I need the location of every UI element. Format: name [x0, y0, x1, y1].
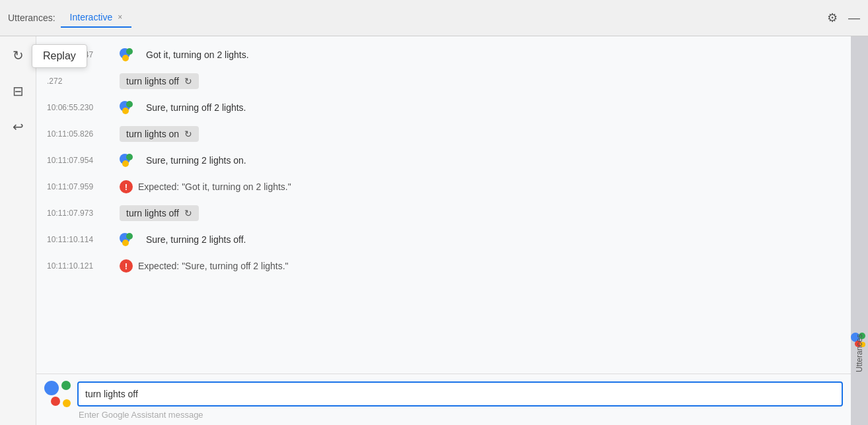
user-utterance: turn lights on ↻ — [120, 126, 199, 142]
timestamp: 10:11:10.121 — [47, 261, 120, 271]
message-row: 10:11:05.826 turn lights on ↻ — [36, 121, 851, 147]
error-icon: ! — [120, 180, 133, 193]
content-area: 10:04:36.247 Got it, turning on 2 lights… — [36, 36, 851, 425]
message-text: Got it, turning on 2 lights. — [146, 49, 249, 60]
expected-text: Expected: "Sure, turning off 2 lights." — [138, 261, 289, 271]
title-bar-label: Utterances: — [8, 13, 55, 23]
error-icon: ! — [120, 259, 133, 273]
message-text: Sure, turning 2 lights off. — [146, 234, 246, 245]
settings-icon[interactable]: ⚙ — [827, 11, 838, 25]
tab-label: Interactive — [70, 12, 113, 22]
tab-interactive[interactable]: Interactive × — [61, 8, 132, 28]
utterance-text: turn lights off — [126, 76, 179, 86]
timestamp: 10:11:07.973 — [47, 209, 120, 218]
input-avatar — [44, 381, 71, 407]
message-text: Sure, turning off 2 lights. — [146, 102, 246, 113]
sidebar-label[interactable]: Utterances — [855, 334, 864, 372]
timestamp: 10:06:55.230 — [47, 103, 120, 112]
left-toolbar: ↻ Replay ⊟ ↩ — [0, 36, 36, 425]
timestamp: 10:11:05.826 — [47, 129, 120, 139]
message-row: 10:11:07.973 turn lights off ↻ — [36, 200, 851, 226]
replay-icon: ↻ — [13, 48, 24, 63]
user-utterance: turn lights off ↻ — [120, 205, 199, 221]
input-row — [44, 381, 843, 407]
message-text: Sure, turning 2 lights on. — [146, 155, 246, 166]
expected-text: Expected: "Got it, turning on 2 lights." — [138, 181, 291, 192]
message-row: 10:06:55.230 Sure, turning off 2 lights. — [36, 94, 851, 121]
input-hint: Enter Google Assistant message — [79, 410, 843, 420]
input-area: Enter Google Assistant message — [36, 374, 851, 425]
utterance-text: turn lights on — [126, 129, 179, 139]
utterance-text: turn lights off — [126, 208, 179, 218]
tab-close-button[interactable]: × — [118, 13, 122, 22]
utterance-replay-button[interactable]: ↻ — [184, 76, 192, 86]
replay-button[interactable]: ↻ Replay — [7, 44, 29, 67]
title-bar: Utterances: Interactive × ⚙ — — [0, 0, 868, 36]
message-input[interactable] — [77, 381, 843, 407]
timestamp: .272 — [47, 77, 120, 86]
timestamp: 10:11:07.959 — [47, 182, 120, 191]
message-row: 10:04:36.247 Got it, turning on 2 lights… — [36, 42, 851, 68]
message-row: 10:11:10.114 Sure, turning 2 lights off. — [36, 226, 851, 253]
undo-icon: ↩ — [13, 119, 24, 135]
utterance-replay-button[interactable]: ↻ — [184, 208, 192, 218]
assistant-avatar — [120, 48, 141, 61]
undo-button[interactable]: ↩ — [7, 115, 29, 138]
user-utterance: turn lights off ↻ — [120, 73, 199, 89]
minimize-icon[interactable]: — — [848, 11, 860, 25]
assistant-avatar — [120, 233, 141, 246]
timestamp: 10:11:10.114 — [47, 235, 120, 244]
utterance-replay-button[interactable]: ↻ — [184, 129, 192, 139]
timestamp: 10:11:07.954 — [47, 156, 120, 165]
message-row: 10:11:10.121 ! Expected: "Sure, turning … — [36, 253, 851, 279]
title-bar-icons: ⚙ — — [827, 11, 860, 25]
assistant-avatar — [120, 154, 141, 167]
right-sidebar[interactable]: Utterances — [851, 36, 868, 425]
message-row: 10:11:07.959 ! Expected: "Got it, turnin… — [36, 174, 851, 200]
replay-tooltip: Replay — [32, 44, 87, 68]
message-row: 10:11:07.954 Sure, turning 2 lights on. — [36, 147, 851, 174]
message-row: .272 turn lights off ↻ — [36, 68, 851, 94]
save-button[interactable]: ⊟ — [7, 80, 29, 102]
messages-list: 10:04:36.247 Got it, turning on 2 lights… — [36, 36, 851, 374]
main-area: ↻ Replay ⊟ ↩ 10:04:36.247 Got it, turnin… — [0, 36, 868, 425]
save-icon: ⊟ — [13, 83, 24, 99]
assistant-avatar — [120, 101, 141, 114]
